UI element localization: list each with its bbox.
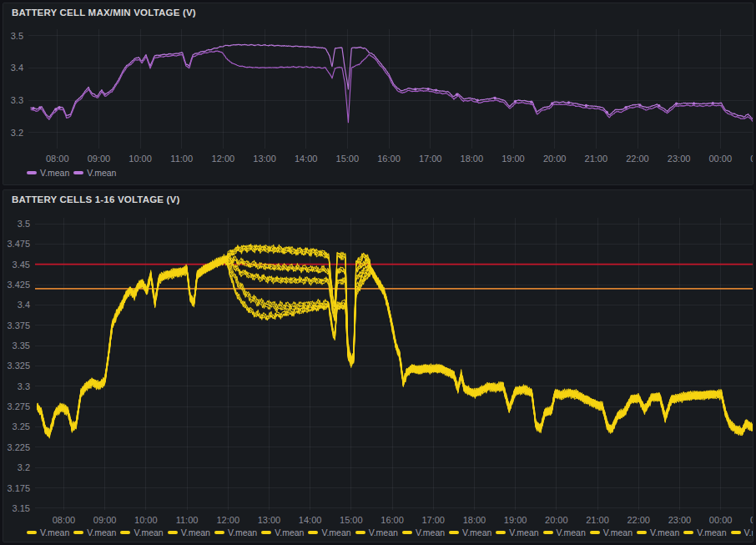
series-color-swatch [214,531,224,534]
plot-area[interactable] [35,218,753,510]
legend-item-v-mean[interactable]: V.mean [168,527,210,537]
y-axis-tick-label: 3.425 [3,280,30,290]
data-point-marker [427,88,430,90]
legend-item-v-mean[interactable]: V.mean [27,527,69,537]
legend-item-v-mean[interactable]: V.mean [308,527,350,537]
y-axis-tick-label: 3.225 [3,442,30,453]
y-axis-tick-label: 3.3 [3,95,23,106]
x-axis-tick-label: 22:00 [617,154,658,164]
x-axis-tick-label: 13:00 [244,154,285,164]
x-axis-tick-label: 08:00 [43,515,83,526]
legend-item-v-mean[interactable]: V.mean [402,527,445,537]
legend-item-v-mean[interactable]: V.mean [731,527,753,537]
legend-label: V.mean [87,168,116,178]
x-axis-tick-label: 21:00 [577,515,617,526]
legend-item-v-mean[interactable]: V.mean [27,168,69,178]
data-point-marker [493,97,496,99]
x-axis-tick-label: 20:00 [535,154,575,164]
series-color-swatch [637,531,647,534]
legend-label: V.mean [321,527,350,537]
legend-label: V.mean [650,527,679,537]
x-axis-tick-label: 00:00 [700,154,740,164]
x-axis-tick-label: 22:00 [618,515,658,526]
series-color-swatch [355,531,365,534]
data-point-marker [585,104,587,107]
panel-title[interactable]: BATTERY CELLS 1-16 VOLTAGE (V) [12,194,180,204]
legend-label: V.mean [181,527,210,537]
y-axis-tick-label: 3.475 [3,239,30,250]
data-point-marker [414,88,416,90]
x-axis-tick-label: 14:00 [286,154,326,164]
series-color-swatch [73,171,83,174]
y-axis-tick-label: 3.175 [3,483,30,494]
plot-area[interactable] [28,29,753,149]
x-axis-tick-label: 11:00 [167,515,207,526]
series-color-swatch [27,531,37,534]
series-color-swatch [590,531,600,534]
y-axis-tick-label: 3.275 [3,401,30,412]
series-color-swatch [261,531,271,534]
legend-label: V.mean [275,527,304,537]
data-point-marker [638,103,641,106]
legend-label: V.mean [228,527,257,537]
series-color-swatch [496,531,506,534]
y-axis-tick-label: 3.45 [3,260,30,270]
y-axis-tick-label: 3.5 [3,31,23,42]
legend-item-v-mean[interactable]: V.mean [543,527,586,537]
panel-title[interactable]: BATTERY CELL MAX/MIN VOLTAGE (V) [12,8,196,18]
x-axis-tick-label: 15:00 [331,515,371,526]
x-axis-tick-label: 16:00 [372,515,412,526]
x-axis-tick-label: 17:00 [413,515,453,526]
x-axis-tick-label: 19:00 [493,154,533,164]
legend-item-v-mean[interactable]: V.mean [261,527,304,537]
x-axis-tick-label: 23:00 [659,154,699,164]
series-color-swatch [402,531,412,534]
series-color-swatch [731,531,741,534]
legend-label: V.mean [416,527,445,537]
y-axis-tick-label: 3.5 [3,219,30,230]
legend-item-v-mean[interactable]: V.mean [214,527,257,537]
legend-item-v-mean[interactable]: V.mean [73,168,116,178]
x-axis-tick-label: 13:00 [249,515,289,526]
legend-item-v-mean[interactable]: V.mean [355,527,398,537]
data-point-marker [32,107,34,109]
grafana-dashboard: { "chart_data": [ { "type": "line", "tit… [0,0,756,545]
legend-item-v-mean[interactable]: V.mean [449,527,491,537]
x-axis-tick-label: 08:00 [38,154,78,164]
y-axis-tick-label: 3.2 [3,462,30,473]
legend-label: V.mean [744,527,753,537]
series-color-swatch [27,171,37,174]
legend: V.meanV.mean [27,168,753,178]
legend-item-v-mean[interactable]: V.mean [590,527,633,537]
y-axis-tick-label: 3.325 [3,361,30,371]
x-axis-tick-label: 18:00 [451,154,491,164]
x-axis-tick-label: 01:00 [742,154,753,164]
data-point-marker [693,102,695,104]
x-axis-tick-label: 17:00 [411,154,451,164]
series-color-swatch [449,531,459,534]
x-axis-tick-label: 10:00 [120,154,160,164]
legend-label: V.mean [697,527,726,537]
data-point-marker [58,106,61,108]
data-point-marker [658,104,660,107]
data-point-marker [624,106,627,108]
legend-label: V.mean [40,168,69,178]
data-point-marker [567,101,570,103]
y-axis-tick-label: 3.375 [3,320,30,331]
panel-battery-cells-voltage: BATTERY CELLS 1-16 VOLTAGE (V) V.meanV.m… [3,189,753,542]
panel-battery-max-min-voltage: BATTERY CELL MAX/MIN VOLTAGE (V) V.meanV… [3,3,753,185]
data-point-marker [675,103,678,105]
x-axis-tick-label: 19:00 [496,515,536,526]
series-color-swatch [168,531,178,534]
legend-item-v-mean[interactable]: V.mean [120,527,163,537]
legend-item-v-mean[interactable]: V.mean [496,527,538,537]
series-color-swatch [543,531,553,534]
series-color-swatch [683,531,693,534]
legend-item-v-mean[interactable]: V.mean [683,527,726,537]
x-axis-tick-label: 21:00 [576,154,616,164]
legend-item-v-mean[interactable]: V.mean [637,527,679,537]
legend-item-v-mean[interactable]: V.mean [73,527,116,537]
data-point-marker [530,101,532,103]
y-axis-tick-label: 3.3 [3,381,30,392]
series-line-min [31,51,753,123]
